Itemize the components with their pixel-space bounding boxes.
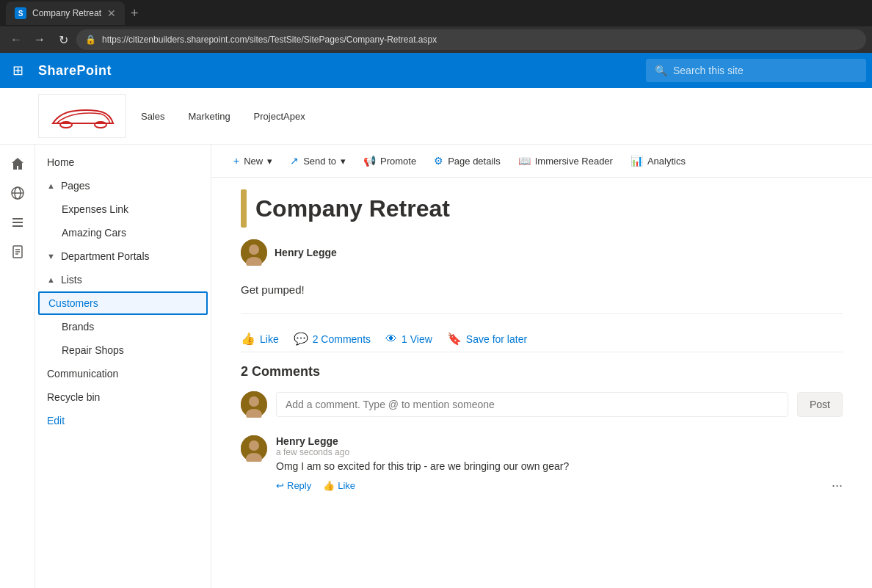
amazing-cars-label: Amazing Cars [62,227,126,239]
comment-like-button[interactable]: 👍 Like [323,480,355,491]
sidebar-edit-button[interactable]: Edit [35,409,211,432]
rail-globe-icon[interactable] [4,180,31,206]
sidebar-item-repair-shops[interactable]: Repair Shops [35,338,211,362]
tab-favicon: S [15,7,26,19]
page-divider [241,313,843,314]
sidebar-lists-header[interactable]: ▲ Lists [35,268,211,291]
recycle-bin-label: Recycle bin [47,391,100,403]
rail-document-icon[interactable] [4,239,31,265]
analytics-label: Analytics [647,156,686,167]
pages-label: Pages [61,180,90,192]
new-dropdown-icon: ▾ [267,156,272,167]
comment-input-row: Post [241,391,843,418]
comment-item: Henry Legge a few seconds ago Omg I am s… [241,435,843,493]
address-bar[interactable]: 🔒 https://citizenbuilders.sharepoint.com… [76,29,866,50]
comment-author-avatar [241,435,267,462]
svg-point-16 [249,440,259,451]
sidebar-item-home[interactable]: Home [35,150,211,174]
views-icon: 👁 [385,333,397,346]
views-button[interactable]: 👁 1 View [385,333,432,346]
search-placeholder: Search this site [673,65,744,76]
nav-item-projectapex[interactable]: ProjectApex [251,111,308,122]
reply-label: Reply [287,480,311,491]
sidebar-item-customers[interactable]: Customers [38,291,208,315]
comment-actions: ↩ Reply 👍 Like ··· [276,478,843,493]
browser-controls: ← → ↻ 🔒 https://citizenbuilders.sharepoi… [0,26,872,53]
content-area: + New ▾ ↗ Send to ▾ 📢 Promote ⚙ Page det… [211,145,872,588]
comments-section-title: 2 Comments [241,364,843,380]
views-count: 1 View [402,333,432,345]
comment-input[interactable] [276,392,788,417]
home-label: Home [47,156,74,168]
promote-icon: 📢 [363,155,376,167]
forward-button[interactable]: → [29,29,50,50]
comment-author-name: Henry Legge [276,435,843,447]
new-tab-button[interactable]: + [128,3,142,24]
sidebar-dept-portals-header[interactable]: ▼ Department Portals [35,244,211,268]
left-rail [0,145,35,588]
comment-time: a few seconds ago [276,447,843,457]
save-label: Save for later [466,333,527,345]
save-for-later-button[interactable]: 🔖 Save for later [447,332,527,346]
avatar-svg [241,239,267,266]
sidebar-item-amazing-cars[interactable]: Amazing Cars [35,221,211,244]
sidebar: Home ▲ Pages Expenses Link Amazing Cars … [35,145,211,588]
comment-like-icon: 👍 [323,480,335,491]
sidebar-item-recycle-bin[interactable]: Recycle bin [35,385,211,409]
svg-rect-7 [12,225,23,227]
page-body-text: Get pumped! [241,283,843,296]
comment-text: Omg I am so excited for this trip - are … [276,460,843,472]
page-accent-bar [241,189,247,228]
comment-reply-button[interactable]: ↩ Reply [276,480,311,491]
site-nav: Sales Marketing ProjectApex [138,111,834,122]
url-text: https://citizenbuilders.sharepoint.com/s… [102,35,437,45]
promote-button[interactable]: 📢 Promote [356,150,424,171]
sidebar-item-communication[interactable]: Communication [35,362,211,385]
new-button[interactable]: + New ▾ [226,150,280,171]
author-name: Henry Legge [275,247,337,258]
site-search[interactable]: 🔍 Search this site [646,59,866,82]
site-images-row: Sales Marketing ProjectApex [0,88,872,144]
analytics-icon: 📊 [631,155,643,167]
main-layout: Home ▲ Pages Expenses Link Amazing Cars … [0,145,872,588]
commenter-avatar-svg [241,391,267,418]
page-content: Company Retreat Henry Legge Get pumped! … [211,178,872,517]
nav-item-sales[interactable]: Sales [138,111,168,122]
send-to-icon: ↗ [290,155,299,167]
rail-home-icon[interactable] [4,150,31,177]
sidebar-item-expenses-link[interactable]: Expenses Link [35,197,211,221]
commenter-avatar [241,391,267,418]
immersive-reader-icon: 📖 [518,155,531,167]
dept-collapse-icon: ▼ [47,252,55,261]
immersive-reader-button[interactable]: 📖 Immersive Reader [511,150,620,171]
nav-item-marketing[interactable]: Marketing [186,111,233,122]
rail-list-icon[interactable] [4,209,31,236]
tab-close-button[interactable]: ✕ [107,7,116,19]
like-icon: 👍 [241,332,255,346]
comment-author-svg [241,435,267,462]
like-button[interactable]: 👍 Like [241,332,279,346]
sidebar-pages-header[interactable]: ▲ Pages [35,174,211,197]
save-icon: 🔖 [447,332,462,346]
expenses-link-label: Expenses Link [62,203,128,215]
author-row: Henry Legge [241,239,843,266]
waffle-icon[interactable]: ⊞ [6,59,29,82]
send-to-button[interactable]: ↗ Send to ▾ [283,150,353,171]
sharepoint-logo: SharePoint [38,63,112,79]
comment-more-button[interactable]: ··· [832,478,843,493]
car-logo-svg [46,98,119,134]
lists-label: Lists [61,274,82,286]
active-tab[interactable]: S Company Retreat ✕ [6,1,125,25]
post-button[interactable]: Post [797,392,843,417]
refresh-button[interactable]: ↻ [53,29,73,50]
sharepoint-header: ⊞ SharePoint 🔍 Search this site [0,53,872,88]
page-details-button[interactable]: ⚙ Page details [426,150,508,171]
new-label: New [244,156,263,167]
comment-body: Henry Legge a few seconds ago Omg I am s… [276,435,843,493]
back-button[interactable]: ← [6,29,26,50]
comments-button[interactable]: 💬 2 Comments [294,332,371,346]
like-label: Like [260,333,279,345]
analytics-button[interactable]: 📊 Analytics [623,150,693,171]
site-nav-container: Sales Marketing ProjectApex [0,88,872,145]
sidebar-item-brands[interactable]: Brands [35,315,211,338]
